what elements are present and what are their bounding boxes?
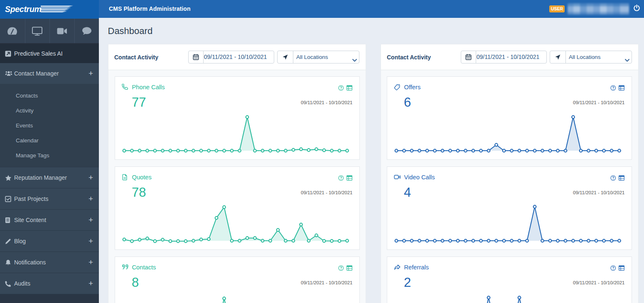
- svg-text:Spectrum: Spectrum: [5, 5, 42, 14]
